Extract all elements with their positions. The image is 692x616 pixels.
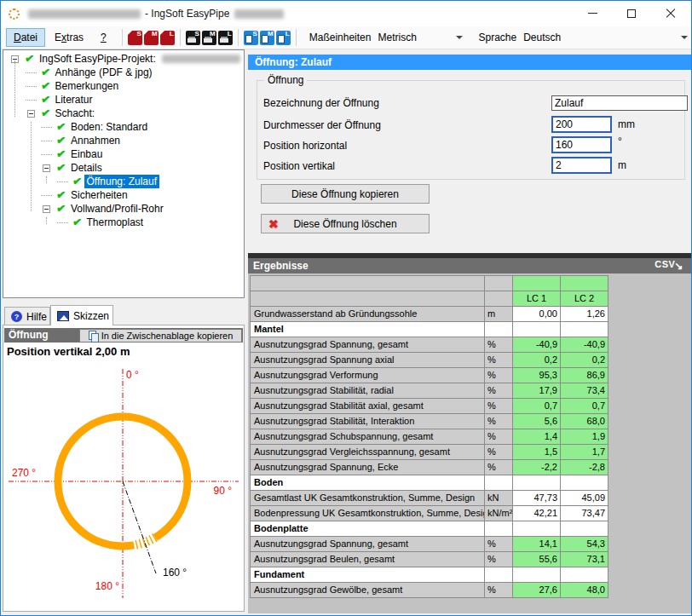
value-lc1: -2,2 bbox=[513, 460, 561, 475]
row-unit: kN/m² bbox=[485, 506, 513, 521]
section-spacer bbox=[485, 521, 513, 537]
print-s-icon[interactable]: S bbox=[186, 31, 200, 45]
value-lc2: 0,7 bbox=[561, 399, 608, 414]
redacted-text bbox=[162, 55, 240, 63]
tree-item-literatur[interactable]: ✔Literatur bbox=[3, 93, 244, 107]
tree-item-schacht[interactable]: ✔Schacht: bbox=[3, 107, 244, 120]
row-unit: % bbox=[485, 353, 513, 368]
value-lc1: 0,00 bbox=[513, 307, 561, 322]
doc-l-icon[interactable]: L bbox=[276, 31, 291, 45]
section-spacer bbox=[513, 475, 561, 491]
green-check-icon: ✔ bbox=[37, 107, 53, 120]
close-button[interactable] bbox=[651, 1, 690, 26]
green-check-icon: ✔ bbox=[37, 93, 53, 107]
tree-item-bemerkungen[interactable]: ✔Bemerkungen bbox=[3, 79, 244, 93]
green-check-icon: ✔ bbox=[69, 216, 84, 229]
tree-item-öffnung-zulauf[interactable]: ✔Öffnung: Zulauf bbox=[3, 175, 244, 188]
tree-item-label: Literatur bbox=[53, 93, 95, 107]
sketch-panel: Öffnung In die Zwischenablage kopieren P… bbox=[3, 325, 245, 612]
position-horizontal-input[interactable] bbox=[551, 136, 612, 153]
csv-export-icon[interactable]: CSV↘ bbox=[655, 258, 684, 273]
table-row: Mantel bbox=[251, 322, 608, 337]
doc-glyph bbox=[245, 35, 252, 43]
row-label: Ausnutzungsgrad Spannung axial bbox=[251, 353, 485, 368]
table-row: Gesamtlast UK Gesamtkonstruktion, Summe,… bbox=[251, 491, 608, 506]
minimize-button[interactable] bbox=[573, 1, 612, 26]
value-lc2: 73,1 bbox=[561, 552, 608, 567]
row-unit: % bbox=[485, 399, 513, 414]
units-dropdown[interactable]: Metrisch bbox=[378, 32, 463, 43]
durchmesser-input[interactable] bbox=[551, 116, 612, 133]
language-dropdown[interactable]: Deutsch bbox=[523, 32, 688, 43]
tab-hilfe[interactable]: ? Hilfe bbox=[4, 307, 50, 325]
section-spacer bbox=[485, 322, 513, 337]
doc-s-icon[interactable]: S bbox=[244, 31, 258, 45]
title-bar: - IngSoft EasyPipe bbox=[1, 1, 691, 26]
value-lc1: 55,6 bbox=[513, 552, 561, 567]
tree-item-einbau[interactable]: ✔Einbau bbox=[3, 147, 244, 161]
green-check-icon: ✔ bbox=[53, 147, 68, 161]
row-label: Ausnutzungsgrad Spannung, gesamt bbox=[251, 337, 485, 353]
tree-item-anhänge-pdf-jpg[interactable]: ✔Anhänge (PDF & jpg) bbox=[3, 66, 244, 79]
unit-mm: mm bbox=[618, 118, 635, 130]
row-label: Gesamtlast UK Gesamtkonstruktion, Summe,… bbox=[251, 491, 485, 506]
project-tree-panel: ✔IngSoft EasyPipe-Projekt:✔Anhänge (PDF … bbox=[3, 49, 245, 298]
value-lc2: 54,3 bbox=[561, 537, 608, 552]
pdf-m-icon[interactable]: M bbox=[144, 31, 159, 45]
green-check-icon: ✔ bbox=[53, 120, 68, 134]
maximize-button[interactable] bbox=[612, 1, 651, 26]
print-l-icon[interactable]: L bbox=[218, 31, 233, 45]
green-check-icon: ✔ bbox=[21, 52, 37, 66]
section-spacer bbox=[561, 521, 608, 537]
field-label-bezeichnung: Bezeichnung der Öffnung bbox=[263, 97, 379, 109]
collapse-box-icon[interactable] bbox=[27, 110, 35, 118]
section-spacer bbox=[561, 567, 608, 583]
tree-item-vollwand-profil-rohr[interactable]: ✔Vollwand/Profil-Rohr bbox=[3, 202, 244, 216]
pdf-s-icon[interactable]: S bbox=[128, 31, 142, 45]
tree-item-ingsoft-easypipe-projekt[interactable]: ✔IngSoft EasyPipe-Projekt: bbox=[3, 52, 244, 66]
tree-item-thermoplast[interactable]: ✔Thermoplast bbox=[3, 216, 244, 229]
bezeichnung-input[interactable] bbox=[551, 95, 688, 111]
row-unit: % bbox=[485, 414, 513, 429]
menu-help[interactable]: ? bbox=[93, 28, 114, 47]
tree-guide-line bbox=[31, 122, 32, 211]
section-spacer bbox=[561, 322, 608, 337]
chevron-down-icon bbox=[456, 36, 463, 39]
copy-opening-button[interactable]: Diese Öffnung kopieren bbox=[261, 184, 430, 204]
print-m-icon[interactable]: M bbox=[202, 31, 216, 45]
delete-opening-button[interactable]: ✖ Diese Öffnung löschen bbox=[261, 214, 430, 233]
menu-toolbar: Datei Extras ? SMLSMLSML Maßeinheiten Me… bbox=[1, 26, 691, 49]
tree-item-label: Bemerkungen bbox=[53, 79, 122, 93]
tree-item-label: Anhänge (PDF & jpg) bbox=[53, 66, 155, 79]
section-spacer bbox=[513, 521, 561, 537]
tree-item-details[interactable]: ✔Details bbox=[3, 161, 244, 175]
project-tree: ✔IngSoft EasyPipe-Projekt:✔Anhänge (PDF … bbox=[3, 50, 244, 229]
pdf-l-icon[interactable]: L bbox=[160, 31, 175, 45]
table-row: Ausnutzungsgrad Spannung, gesamt%-40,9-4… bbox=[251, 337, 608, 353]
menu-datei[interactable]: Datei bbox=[6, 28, 45, 47]
chevron-down-icon bbox=[681, 36, 688, 39]
row-label: Grundwasserstand ab Gründungssohle bbox=[251, 307, 485, 322]
groupbox-legend: Öffnung bbox=[264, 74, 307, 86]
table-row: Ausnutzungsgrad Spannung, gesamt%14,154,… bbox=[251, 537, 608, 552]
value-lc1: 1,5 bbox=[513, 445, 561, 460]
collapse-box-icon[interactable] bbox=[43, 205, 50, 213]
tree-item-boden-standard[interactable]: ✔Boden: Standard bbox=[3, 120, 244, 134]
tree-item-label: Annahmen bbox=[68, 134, 123, 147]
tree-item-sicherheiten[interactable]: ✔Sicherheiten bbox=[3, 188, 244, 202]
tab-skizzen[interactable]: Skizzen bbox=[50, 305, 113, 325]
delete-x-icon: ✖ bbox=[268, 218, 279, 230]
position-vertikal-input[interactable] bbox=[551, 157, 612, 174]
minimize-icon bbox=[588, 13, 597, 14]
table-row: Ausnutzungsgrad Beulen, gesamt%55,673,1 bbox=[251, 552, 608, 567]
unit-m: m bbox=[618, 159, 626, 171]
collapse-box-icon[interactable] bbox=[43, 164, 50, 172]
copy-to-clipboard-button[interactable]: In die Zwischenablage kopieren bbox=[79, 329, 242, 343]
results-table: LC 1LC 2Grundwasserstand ab Gründungssoh… bbox=[250, 275, 608, 598]
header-spacer bbox=[485, 291, 513, 307]
tree-item-annahmen[interactable]: ✔Annahmen bbox=[3, 134, 244, 147]
doc-m-icon[interactable]: M bbox=[260, 31, 274, 45]
header-spacer bbox=[513, 276, 561, 291]
menu-extras[interactable]: Extras bbox=[47, 28, 91, 47]
row-unit: m bbox=[485, 307, 513, 322]
